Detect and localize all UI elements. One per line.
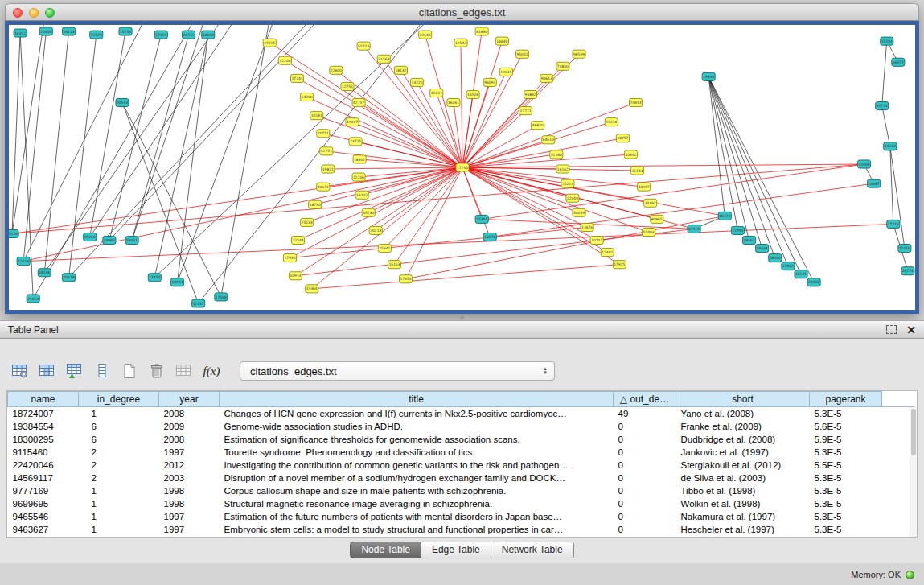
graph-node[interactable]: 17654 — [399, 275, 412, 283]
table-row[interactable]: 911546021997Tourette syndrome. Phenomeno… — [8, 446, 914, 459]
graph-node[interactable]: 98509 — [573, 50, 585, 58]
graph-node[interactable]: 74853 — [629, 99, 642, 107]
graph-node[interactable]: 19448 — [702, 72, 715, 80]
graph-node[interactable]: 46820 — [532, 122, 544, 130]
graph-node[interactable]: 72544 — [291, 236, 304, 244]
graph-node[interactable]: 16774 — [901, 267, 914, 275]
graph-node[interactable]: 16040 — [769, 254, 782, 262]
graph-node[interactable]: 18993 — [170, 278, 183, 286]
graph-node[interactable]: 15958 — [857, 160, 870, 168]
graph-node[interactable]: 18730 — [309, 200, 322, 208]
column-icon[interactable] — [92, 360, 113, 381]
graph-node[interactable]: 18840 — [202, 31, 215, 39]
table-settings-icon[interactable] — [10, 360, 31, 381]
graph-node[interactable]: 18757 — [616, 134, 629, 142]
column-header-4[interactable]: △ out_de… — [614, 392, 676, 407]
column-header-6[interactable]: pagerank — [810, 392, 882, 407]
graph-node[interactable]: 19334 — [756, 245, 769, 253]
graph-node[interactable]: 42751 — [320, 147, 333, 155]
scrollbar-thumb[interactable] — [911, 409, 916, 455]
graph-node[interactable]: 12481 — [601, 249, 614, 257]
graph-node[interactable]: 19619 — [499, 68, 512, 76]
graph-node[interactable]: 15364 — [306, 285, 318, 293]
graph-node[interactable]: 12751 — [341, 82, 354, 90]
graph-node[interactable]: 18302 — [353, 155, 366, 163]
column-header-2[interactable]: year — [159, 392, 220, 407]
graph-node[interactable]: 50049 — [573, 208, 585, 216]
graph-node[interactable]: 19245 — [795, 270, 807, 278]
graph-node[interactable]: 95832 — [524, 90, 537, 98]
graph-node[interactable]: 14243 — [884, 142, 897, 150]
graph-node[interactable]: 13220 — [411, 78, 424, 86]
graph-node[interactable]: 80965 — [651, 215, 663, 223]
graph-node[interactable]: 10914 — [289, 272, 302, 280]
graph-node[interactable]: 17842 — [782, 262, 795, 270]
graph-node[interactable]: 27934 — [283, 254, 296, 262]
graph-node[interactable]: 16121 — [718, 212, 731, 220]
graph-node[interactable]: 30671 — [317, 183, 330, 191]
graph-node[interactable]: 19821 — [322, 165, 335, 173]
tab-edge-table[interactable]: Edge Table — [421, 542, 491, 558]
graph-node[interactable]: 18132 — [394, 66, 407, 74]
graph-node[interactable]: 15925 — [613, 261, 626, 269]
table-row[interactable]: 1938455462009Genome-wide association stu… — [8, 420, 914, 433]
window-titlebar[interactable]: citations_edges.txt — [5, 3, 919, 21]
graph-node[interactable]: 17210 — [887, 220, 900, 228]
graph-node[interactable]: 32201 — [430, 89, 443, 97]
zoom-button[interactable] — [45, 8, 55, 18]
graph-node[interactable]: 20416 — [39, 27, 52, 35]
vertical-scrollbar[interactable] — [910, 407, 917, 537]
graph-node[interactable]: 48957 — [638, 183, 651, 191]
select-columns-icon[interactable] — [37, 360, 58, 381]
graph-node[interactable]: 10181 — [310, 112, 323, 120]
graph-node[interactable]: 55493 — [643, 228, 655, 236]
graph-node[interactable]: 15526 — [466, 90, 479, 98]
graph-node[interactable]: 17450 — [148, 274, 161, 282]
graph-node[interactable]: 27225 — [263, 39, 276, 47]
graph-node[interactable]: 20112 — [807, 278, 820, 286]
delete-icon[interactable] — [146, 360, 167, 381]
graph-node[interactable]: 59051 — [125, 236, 138, 244]
graph-node[interactable]: 19080 — [103, 236, 116, 244]
table-row[interactable]: 1456911722003Disruption of a novel membe… — [8, 472, 914, 484]
graph-node[interactable]: 18278 — [483, 233, 496, 241]
import-table-icon[interactable] — [64, 360, 85, 381]
tab-network-table[interactable]: Network Table — [491, 542, 574, 558]
column-header-0[interactable]: name — [8, 392, 79, 407]
graph-node[interactable]: 12210 — [898, 245, 911, 253]
graph-node[interactable]: 16261 — [447, 99, 460, 107]
network-canvas[interactable]: 1831220416161131972515254174912073118840… — [9, 25, 915, 310]
table-row[interactable]: 2242004622012Investigating the contribut… — [8, 459, 914, 472]
column-header-1[interactable]: in_degree — [79, 392, 159, 407]
graph-node[interactable]: 11519 — [17, 257, 30, 266]
graph-node[interactable]: 17771 — [519, 107, 532, 115]
graph-node[interactable]: 16113 — [62, 27, 75, 35]
graph-node[interactable]: 20553 — [116, 99, 129, 107]
close-button[interactable] — [13, 8, 23, 18]
graph-node[interactable]: 20731 — [183, 31, 195, 39]
graph-node[interactable]: 16640 — [495, 37, 508, 45]
table-row[interactable]: 946362711997Embryonic stem cells: a mode… — [8, 523, 914, 536]
graph-node[interactable]: 16153 — [388, 261, 400, 269]
close-panel-icon[interactable]: ✕ — [906, 325, 916, 335]
tab-node-table[interactable]: Node Table — [350, 542, 421, 558]
graph-node[interactable]: 64610 — [542, 136, 555, 144]
graph-node[interactable]: 21094 — [27, 295, 39, 303]
graph-node[interactable]: 17491 — [154, 31, 167, 39]
function-builder-icon[interactable]: f(x) — [201, 360, 222, 381]
table-row[interactable]: 946554611997Estimation of the future num… — [8, 510, 914, 523]
graph-node[interactable]: 17569 — [215, 293, 228, 301]
graph-node[interactable]: 90613 — [540, 74, 553, 82]
table-selector-dropdown[interactable]: citations_edges.txt ▲▼ — [240, 361, 555, 381]
graph-node[interactable]: 22206 — [352, 173, 365, 181]
graph-node[interactable]: 81830 — [475, 27, 488, 35]
graph-node[interactable]: 20751 — [317, 130, 330, 138]
graph-node[interactable]: 74850 — [556, 62, 569, 70]
column-header-5[interactable]: short — [676, 392, 810, 407]
graph-node[interactable]: 42757 — [352, 99, 365, 107]
graph-node[interactable]: 12543 — [454, 39, 467, 47]
graph-node[interactable]: 31563 — [377, 55, 390, 63]
graph-node[interactable]: 55723 — [357, 42, 370, 50]
minimize-button[interactable] — [29, 8, 39, 18]
graph-node[interactable]: 15504 — [881, 37, 893, 45]
